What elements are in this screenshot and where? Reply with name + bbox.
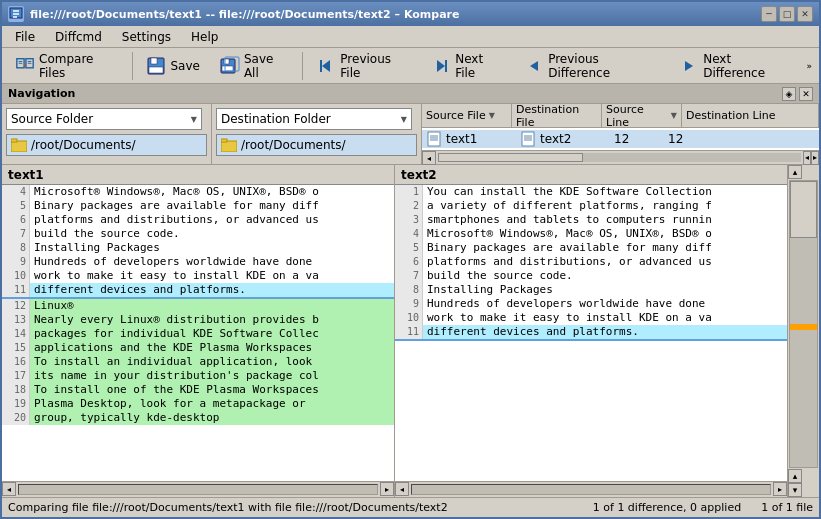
left-diff-line: 11different devices and platforms.: [2, 283, 394, 299]
line-number: 18: [2, 383, 30, 397]
vscroll-track[interactable]: [789, 180, 818, 468]
svg-rect-24: [11, 139, 17, 142]
source-folder-label: Source Folder: [11, 112, 93, 126]
dest-folder-dropdown-row: Destination Folder ▼: [212, 104, 421, 134]
vscroll-down-up[interactable]: ▴: [788, 469, 802, 483]
dest-folder-icon: [221, 137, 237, 153]
source-folder-dropdown-row: Source Folder ▼: [2, 104, 211, 134]
diff-area: text1 4Microsoft® Windows®, Mac® OS, UNI…: [2, 165, 819, 497]
dest-file-icon: [520, 131, 536, 147]
line-number: 13: [2, 313, 30, 327]
source-folder-arrow: ▼: [191, 115, 197, 124]
line-text: Installing Packages: [30, 241, 394, 255]
next-diff-label: Next Difference: [703, 52, 792, 80]
table-scroll-left[interactable]: ◂: [422, 151, 436, 165]
col-source-file[interactable]: Source File ▼: [422, 104, 512, 127]
line-text: different devices and platforms.: [30, 283, 394, 297]
close-button[interactable]: ✕: [797, 6, 813, 22]
left-scroll-right[interactable]: ▸: [380, 482, 394, 496]
col-source-sort-icon: ▼: [489, 111, 495, 120]
dest-file-list[interactable]: /root/Documents/: [216, 134, 417, 156]
left-diff-line: 4Microsoft® Windows®, Mac® OS, UNIX®, BS…: [2, 185, 394, 199]
svg-marker-19: [437, 60, 445, 72]
line-text: Microsoft® Windows®, Mac® OS, UNIX®, BSD…: [30, 185, 394, 199]
menu-file[interactable]: File: [6, 27, 44, 47]
dest-file-name: text2: [540, 132, 610, 146]
col-src-line[interactable]: Source Line ▼: [602, 104, 682, 127]
right-scroll-left[interactable]: ◂: [395, 482, 409, 496]
save-icon: [146, 56, 166, 76]
svg-rect-23: [11, 141, 27, 152]
col-dest-file[interactable]: Destination File: [512, 104, 602, 127]
title-bar-left: file:///root/Documents/text1 -- file:///…: [8, 6, 459, 22]
line-number: 14: [2, 327, 30, 341]
vscroll-down[interactable]: ▾: [788, 483, 802, 497]
col-src-line-label: Source Line: [606, 103, 668, 129]
left-diff-content[interactable]: 4Microsoft® Windows®, Mac® OS, UNIX®, BS…: [2, 185, 394, 481]
svg-rect-12: [149, 67, 163, 73]
prev-file-button[interactable]: Previous File: [307, 51, 420, 81]
line-number: 9: [395, 297, 423, 311]
table-scroll-right[interactable]: ▸: [811, 151, 819, 165]
left-diff-pane: text1 4Microsoft® Windows®, Mac® OS, UNI…: [2, 165, 395, 497]
source-file-list[interactable]: /root/Documents/: [6, 134, 207, 156]
dest-folder-dropdown[interactable]: Destination Folder ▼: [216, 108, 412, 130]
line-text: Installing Packages: [423, 283, 787, 297]
col-dest-line[interactable]: Destination Line: [682, 104, 819, 127]
compare-files-button[interactable]: Compare Files: [6, 51, 128, 81]
menu-bar: File Diffcmd Settings Help: [2, 26, 819, 48]
next-diff-button[interactable]: Next Difference: [670, 51, 801, 81]
source-file-icon: [426, 131, 442, 147]
nav-float-button[interactable]: ◈: [782, 87, 796, 101]
line-number: 7: [2, 227, 30, 241]
dest-file-item[interactable]: /root/Documents/: [217, 135, 416, 155]
left-diff-line: 20group, typically kde-desktop: [2, 411, 394, 425]
line-number: 12: [2, 299, 30, 313]
source-file-item[interactable]: /root/Documents/: [7, 135, 206, 155]
nav-close-button[interactable]: ✕: [799, 87, 813, 101]
menu-help[interactable]: Help: [182, 27, 227, 47]
left-diff-line: 16To install an individual application, …: [2, 355, 394, 369]
line-text: Plasma Desktop, look for a metapackage o…: [30, 397, 394, 411]
right-hscroll-track[interactable]: [411, 484, 771, 495]
table-row[interactable]: text1 text2 12 12: [422, 130, 819, 148]
left-scroll-left[interactable]: ◂: [2, 482, 16, 496]
right-filename: text2: [401, 168, 437, 182]
right-diff-line: 9Hundreds of developers worldwide have d…: [395, 297, 787, 311]
vscroll-up[interactable]: ▴: [788, 165, 802, 179]
line-text: build the source code.: [423, 269, 787, 283]
save-button[interactable]: Save: [137, 51, 208, 81]
line-text: To install an individual application, lo…: [30, 355, 394, 369]
right-diff-line: 8Installing Packages: [395, 283, 787, 297]
line-text: group, typically kde-desktop: [30, 411, 394, 425]
title-bar: file:///root/Documents/text1 -- file:///…: [2, 2, 819, 26]
save-all-button[interactable]: Save All: [211, 51, 298, 81]
table-scroll-left2[interactable]: ◂: [803, 151, 811, 165]
left-diff-line: 15applications and the KDE Plasma Worksp…: [2, 341, 394, 355]
minimize-button[interactable]: ─: [761, 6, 777, 22]
left-hscroll-track[interactable]: [18, 484, 378, 495]
col-dest-line-label: Destination Line: [686, 109, 776, 122]
prev-diff-button[interactable]: Previous Difference: [515, 51, 668, 81]
right-diff-content[interactable]: 1You can install the KDE Software Collec…: [395, 185, 787, 481]
source-folder-dropdown[interactable]: Source Folder ▼: [6, 108, 202, 130]
menu-diffcmd[interactable]: Diffcmd: [46, 27, 111, 47]
right-diff-pane: text2 1You can install the KDE Software …: [395, 165, 787, 497]
right-scroll-right[interactable]: ▸: [773, 482, 787, 496]
table-hscroll-track[interactable]: [438, 153, 801, 162]
right-diff-line: 11different devices and platforms.: [395, 325, 787, 341]
prev-diff-label: Previous Difference: [548, 52, 659, 80]
diff-mark: [790, 324, 817, 330]
toolbar-sep-2: [302, 52, 303, 80]
svg-marker-22: [685, 61, 693, 71]
line-text: Hundreds of developers worldwide have do…: [30, 255, 394, 269]
left-diff-line: 10work to make it easy to install KDE on…: [2, 269, 394, 283]
line-text: its name in your distribution's package …: [30, 369, 394, 383]
maximize-button[interactable]: □: [779, 6, 795, 22]
col-source-file-label: Source File: [426, 109, 486, 122]
toolbar-more-button[interactable]: »: [803, 51, 815, 81]
menu-settings[interactable]: Settings: [113, 27, 180, 47]
right-diff-line: 6platforms and distributions, or advance…: [395, 255, 787, 269]
file-table-rows: text1 text2 12 12: [422, 128, 819, 150]
next-file-button[interactable]: Next File: [422, 51, 513, 81]
